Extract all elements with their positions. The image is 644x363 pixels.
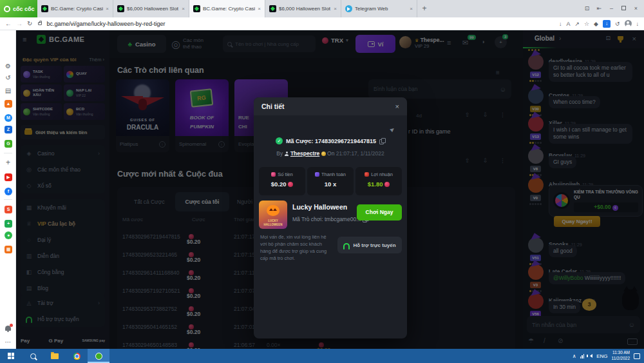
verified-check-icon: ✓ — [276, 137, 283, 144]
reload-icon[interactable]: ↻ — [27, 17, 32, 30]
bcgame-favicon — [269, 5, 276, 12]
cart-icon[interactable]: ▦ — [5, 246, 12, 253]
coccoc-logo-icon — [4, 6, 10, 12]
language-indicator[interactable]: ENG — [596, 353, 607, 359]
pumpkin-art — [267, 205, 279, 216]
browser-tab-4[interactable]: $6,000 Halloween Slot Battl × — [265, 0, 341, 17]
rail-divider — [4, 153, 12, 153]
bet-details-modal: Chi tiết × ► ✓ Mã Cược: 1748302967219447… — [254, 97, 407, 338]
youtube-icon[interactable]: ▶ — [5, 173, 12, 181]
speaker-icon[interactable] — [588, 354, 592, 358]
tab-close-icon[interactable]: × — [258, 6, 261, 12]
copy-icon[interactable] — [379, 138, 385, 144]
screen: cốc cốc BC.Game: Crypto Casino Gam × $6,… — [0, 0, 644, 363]
coccoc-menu-button[interactable]: cốc cốc — [0, 0, 37, 17]
sync-icon[interactable]: ↺ — [615, 21, 620, 27]
downloads-tray-icon[interactable]: ↓ — [636, 21, 639, 27]
modal-close-icon[interactable]: × — [395, 103, 399, 110]
stat-payout: Thanh toán 10 x — [307, 167, 354, 195]
bookmark-star-icon[interactable]: ☆ — [584, 21, 589, 27]
bcgame-favicon — [117, 5, 124, 12]
play-now-button[interactable]: Chơi Ngay — [357, 204, 402, 221]
translate-icon[interactable]: A — [566, 21, 570, 27]
facebook-icon[interactable]: f — [5, 188, 12, 195]
tab-close-icon[interactable]: × — [334, 6, 337, 12]
forward-icon[interactable]: → — [16, 17, 23, 30]
stat-profit: Lợi nhuận $1.80 — [355, 167, 402, 195]
start-button[interactable] — [0, 349, 22, 363]
browser-tab-3-active[interactable]: BC.Game: Crypto Casino Gam × — [189, 0, 265, 17]
lock-icon[interactable] — [38, 22, 42, 25]
games-icon[interactable]: G — [5, 140, 12, 148]
chrome-button[interactable] — [66, 349, 88, 363]
back-icon[interactable]: ← — [5, 17, 12, 30]
bet-author-link[interactable]: Thespectre — [290, 150, 319, 157]
share-arrow-icon[interactable]: ► — [388, 124, 397, 134]
modal-title: Chi tiết — [261, 103, 285, 110]
browser-tab-2[interactable]: $6,000 Halloween Slot Battle × — [113, 0, 189, 17]
payout-icon — [315, 172, 319, 177]
download-active-icon[interactable]: ↓ — [603, 20, 611, 28]
person-icon — [285, 152, 289, 156]
pin-sidebar-icon[interactable]: ⇤ — [594, 0, 605, 17]
browser-tab-5[interactable]: Telegram Web × — [341, 0, 417, 17]
system-tray: ∧ ENG 11:30 AM 11/2/2022 — [573, 349, 644, 363]
settings-gear-icon[interactable]: ⚙ — [0, 63, 16, 70]
medal-icon — [321, 152, 326, 156]
tab-preview-icon[interactable]: ⊡ — [582, 0, 592, 17]
modal-game-title: Lucky Halloween — [292, 203, 347, 211]
network-icon[interactable] — [580, 354, 585, 358]
live-support-button[interactable]: Hỗ trợ trực tuyến — [337, 237, 402, 253]
address-bar[interactable]: bc.game/vi/game/lucky-halloween-by-red-t… — [46, 21, 554, 27]
tab-close-icon[interactable]: × — [410, 6, 413, 12]
browser-tab-bar: cốc cốc BC.Game: Crypto Casino Gam × $6,… — [0, 0, 644, 17]
headset-icon — [343, 243, 350, 248]
bet-author-line: By Thespectre On 21:07:17, 1/11/2022 — [254, 150, 407, 157]
amount-icon — [271, 172, 276, 177]
coccoc-button-active[interactable] — [88, 349, 109, 363]
bet-id-line: ✓ Mã Cược: 1748302967219447815 — [254, 137, 407, 144]
modal-game-row: LUCKYHALLOWEEN Lucky Halloween Mã Trò ch… — [259, 201, 402, 230]
gift-icon[interactable]: + — [5, 220, 12, 228]
minimize-button[interactable]: – — [606, 0, 617, 17]
shopping-icon[interactable]: S — [5, 206, 12, 213]
add-shortcut-icon[interactable]: + — [0, 158, 16, 167]
save-page-icon[interactable]: ↓ — [559, 21, 562, 27]
coccoc-side-rail: ⚙ ↺ ▤ ▲ M Z G + ▶ f S + ● ▦ ⋯ — [0, 30, 16, 349]
more-icon[interactable]: ⋯ — [0, 338, 16, 346]
page: ⚙ ↺ ▤ ▲ M Z G + ▶ f S + ● ▦ ⋯ ≡ BC.GAME — [0, 30, 644, 349]
browser-tab-1[interactable]: BC.Game: Crypto Casino Gam × — [37, 0, 113, 17]
action-center-icon[interactable] — [634, 353, 640, 359]
adblock-shield-icon[interactable]: ◆ — [594, 21, 598, 27]
window-controls: ⊡ ⇤ – × — [582, 0, 644, 17]
messenger-icon[interactable]: M — [5, 114, 12, 122]
tab-close-icon[interactable]: × — [106, 6, 109, 12]
tray-expand-icon[interactable]: ∧ — [573, 353, 576, 359]
profit-icon — [365, 172, 369, 177]
taskbar-clock[interactable]: 11:30 AM 11/2/2022 — [612, 350, 630, 362]
bcgame-favicon — [41, 5, 48, 12]
close-window-button[interactable]: × — [630, 0, 641, 17]
new-tab-button[interactable]: + — [417, 0, 431, 17]
file-explorer-button[interactable] — [44, 349, 66, 363]
notification-bell-icon[interactable] — [5, 326, 11, 331]
history-clock-icon[interactable]: ↺ — [0, 74, 16, 81]
telegram-favicon — [345, 5, 352, 12]
brand-label: cốc cốc — [13, 6, 35, 12]
browser-toolbar: ← → ↻ bc.game/vi/game/lucky-halloween-by… — [0, 17, 644, 30]
reading-list-icon[interactable]: ▤ — [0, 87, 16, 94]
bcgame-favicon — [193, 5, 200, 12]
lucky-halloween-thumb[interactable]: LUCKYHALLOWEEN — [259, 201, 287, 229]
hot-trends-icon[interactable]: ▲ — [5, 100, 12, 108]
maximize-button[interactable] — [618, 0, 629, 17]
support-note: Mọi vấn đề, xin vui lòng liên hệ với bộ … — [260, 234, 334, 262]
chat-app-icon[interactable]: ● — [5, 231, 12, 239]
zalo-icon[interactable]: Z — [5, 126, 12, 133]
profile-icon[interactable] — [625, 20, 632, 27]
tab-close-icon[interactable]: × — [182, 6, 185, 12]
taskbar-search-button[interactable] — [22, 349, 44, 363]
trx-coin-icon — [288, 182, 293, 187]
windows-taskbar: ∧ ENG 11:30 AM 11/2/2022 — [0, 349, 644, 363]
modal-header: Chi tiết × — [254, 97, 407, 115]
share-icon[interactable]: ↗ — [574, 21, 580, 27]
